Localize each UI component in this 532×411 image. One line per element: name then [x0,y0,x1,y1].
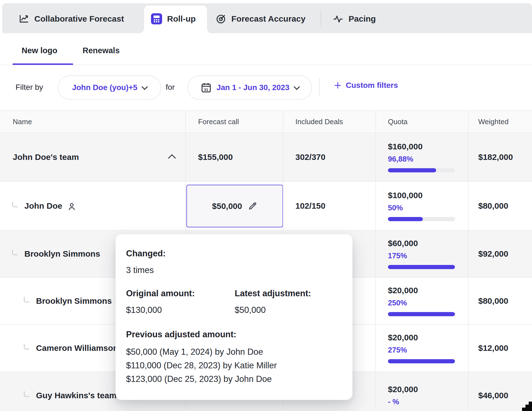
tab-label: Roll-up [167,14,196,24]
quota-cell: $100,000 50% [376,182,468,230]
attainment-progress-bar [388,359,455,363]
forecast-rollup-page: Collaborative Forecast Roll-up Forecast … [0,0,532,411]
quota-value: $20,000 [388,333,418,342]
forecast-call-value: $155,000 [198,152,233,162]
tab-separator [321,11,321,25]
subtab-new-logo[interactable]: New logo [22,45,57,55]
original-amount-label: Original amount: [126,289,235,298]
tab-label: Collaborative Forecast [34,14,124,24]
quota-value: $20,000 [388,286,418,295]
tree-branch-icon [12,250,18,255]
quota-value: $160,000 [388,142,423,151]
tree-branch-icon [12,202,18,207]
column-divider [375,110,376,411]
owner-filter-dropdown[interactable]: John Doe (you)+5 [58,75,161,100]
included-deals-value: 302/370 [295,152,325,162]
custom-filters-label: Custom filters [346,81,398,90]
date-range-value: Jan 1 - Jun 30, 2023 [216,83,289,92]
name-cell: John Doe [0,182,186,230]
person-icon [67,201,77,211]
plus-icon [334,81,342,90]
weighted-value: $46,000 [478,391,508,400]
forecast-call-cell: $155,000 [186,133,283,181]
weighted-cell: $182,000 [468,133,532,181]
line-chart-icon [18,13,29,24]
quota-cell: $20,000 250% [376,278,468,324]
weighted-cell: $12,000 [468,325,532,371]
calculator-icon [151,13,162,24]
calendar-icon: 31 [200,82,212,93]
owner-filter-value: John Doe (you)+5 [72,83,137,92]
column-header-included-deals: Included Deals [295,111,343,132]
row-name: Cameron Williamson [36,343,118,353]
target-icon [215,13,226,24]
weighted-cell: $92,000 [468,231,532,277]
quota-value: $20,000 [388,385,418,394]
attainment-percent: 275% [388,346,407,354]
forecast-call-cell: $50,000 [186,182,283,230]
column-header-name: Name [13,111,32,132]
table-row-john-does-team: John Doe's team $155,000 302/370 $160,00… [0,133,532,182]
adjustment-history-entry: $110,000 (Dec 28, 2023) by Katie Miller [126,359,341,372]
attainment-progress-bar [388,312,455,316]
tab-flare-left [140,29,144,33]
weighted-value: $182,000 [478,152,513,162]
tab-forecast-accuracy[interactable]: Forecast Accuracy [215,13,305,25]
chevron-down-icon [142,84,148,90]
changed-value: 3 times [126,265,341,275]
pulse-icon [332,13,344,24]
column-header-quota: Quota [388,111,408,132]
attainment-percent: 96,88% [388,155,413,164]
attainment-progress-bar [388,265,455,269]
attainment-percent: - % [388,398,399,406]
row-name: John Doe [24,201,62,211]
for-label: for [166,83,175,92]
active-subtab-underline [12,63,73,65]
latest-adjustment-label: Latest adjustment: [235,289,311,298]
tree-branch-icon [24,391,29,397]
date-range-dropdown[interactable]: 31 Jan 1 - Jun 30, 2023 [187,75,312,100]
quota-value: $60,000 [388,239,418,248]
subtab-divider [0,65,532,65]
adjustment-history-entry: $50,000 (May 1, 2024) by John Doe [126,345,341,359]
column-header-weighted: Weighted [478,111,508,132]
tab-rollup[interactable]: Roll-up [151,13,196,25]
quota-cell: $160,000 96,88% [376,133,468,181]
row-name: Guy Hawkins's team [36,391,117,400]
name-cell: John Doe's team [0,133,186,181]
row-name: Brooklyn Simmons [36,296,112,306]
chevron-down-icon [293,84,300,90]
forecast-call-editable-cell[interactable]: $50,000 [186,185,283,228]
attainment-percent: 175% [388,252,407,260]
weighted-value: $92,000 [478,249,508,259]
tab-collaborative-forecast[interactable]: Collaborative Forecast [18,13,124,25]
column-divider [468,110,469,411]
custom-filters-button[interactable]: Custom filters [334,81,398,90]
pencil-icon[interactable] [248,201,257,211]
filter-divider [319,78,320,96]
tab-label: Pacing [349,14,376,24]
attainment-progress-bar [388,168,455,172]
weighted-value: $12,000 [478,343,508,353]
included-deals-cell: 102/150 [283,182,376,230]
included-deals-value: 102/150 [295,201,325,211]
column-header-forecast-call: Forecast call [198,111,239,132]
included-deals-cell: 302/370 [283,133,376,181]
forecast-call-value: $50,000 [212,201,242,211]
table-row-john-doe: John Doe $50,000 102/150 [0,182,532,231]
attainment-percent: 50% [388,204,403,212]
tab-pacing[interactable]: Pacing [332,13,376,25]
chevron-up-icon[interactable] [168,154,176,162]
row-name: John Doe's team [13,152,79,162]
svg-text:31: 31 [204,88,208,92]
weighted-cell: $80,000 [468,182,532,230]
quota-cell: $60,000 175% [376,231,468,277]
quota-value: $100,000 [388,191,423,200]
weighted-value: $80,000 [478,296,508,306]
tree-branch-icon [24,297,29,302]
table-header: Name Forecast call Included Deals Quota … [0,110,532,133]
changed-label: Changed: [126,249,341,259]
quota-cell: $20,000 - % [376,372,468,411]
subtab-renewals[interactable]: Renewals [83,45,120,55]
tab-flare-right [207,29,211,33]
